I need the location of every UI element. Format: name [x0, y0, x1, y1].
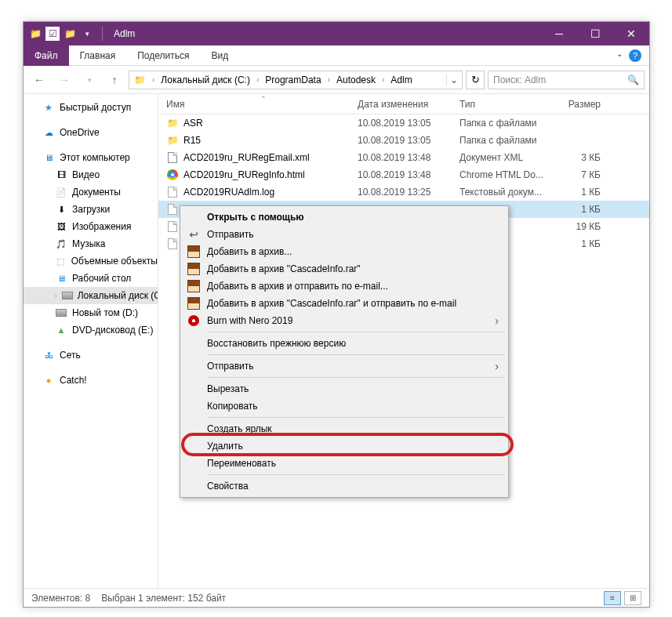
- separator: [207, 377, 505, 378]
- recent-dropdown[interactable]: ▾: [78, 69, 100, 91]
- cm-copy[interactable]: Копировать: [182, 397, 507, 415]
- sidebar-video[interactable]: 🎞Видео: [24, 166, 158, 183]
- sidebar-dvd[interactable]: ▲DVD-дисковод (E:): [24, 321, 158, 339]
- dvd-icon: ▲: [55, 324, 67, 336]
- sidebar-thispc[interactable]: 🖥Этот компьютер: [24, 149, 158, 166]
- minimize-button[interactable]: ─: [541, 22, 577, 45]
- cm-open-with[interactable]: Открыть с помощью: [182, 209, 507, 226]
- chevron-icon[interactable]: ›: [326, 75, 332, 84]
- file-icon: [166, 203, 179, 216]
- up-button[interactable]: ↑: [104, 69, 125, 91]
- col-date[interactable]: Дата изменения: [358, 99, 460, 110]
- search-input[interactable]: Поиск: Adlm 🔍: [488, 71, 645, 89]
- crumb-1[interactable]: ProgramData: [262, 74, 324, 85]
- cm-send[interactable]: ↪Отправить: [182, 226, 507, 243]
- file-icon: [166, 220, 179, 233]
- cm-restore[interactable]: Восстановить прежнюю версию: [182, 335, 507, 352]
- table-row[interactable]: ACD2019ru_RURegInfo.html10.08.2019 13:48…: [158, 166, 649, 183]
- crumb-3[interactable]: Adlm: [387, 74, 415, 85]
- refresh-button[interactable]: ↻: [466, 71, 485, 89]
- table-row[interactable]: 📁R1510.08.2019 13:05Папка с файлами: [158, 132, 649, 149]
- disk-icon: [56, 309, 67, 317]
- address-bar[interactable]: 📁 › Локальный диск (C:) › ProgramData › …: [129, 71, 463, 89]
- crumb-0[interactable]: Локальный диск (C:): [158, 74, 253, 85]
- view-icons-button[interactable]: ⊞: [624, 591, 641, 605]
- maximize-button[interactable]: ☐: [577, 22, 613, 45]
- checkbox-icon[interactable]: ☑: [45, 27, 60, 41]
- sidebar-pictures[interactable]: 🖼Изображения: [24, 218, 158, 235]
- status-selected: Выбран 1 элемент: 152 байт: [101, 593, 226, 604]
- cm-sendto[interactable]: Отправить: [182, 357, 507, 375]
- table-row[interactable]: ACD2019RUAdlm.log10.08.2019 13:25Текстов…: [158, 183, 649, 201]
- cm-properties[interactable]: Свойства: [182, 477, 507, 495]
- col-name[interactable]: Имя: [158, 99, 358, 110]
- ribbon-expand-icon[interactable]: ⌄: [616, 49, 623, 62]
- separator: [207, 332, 505, 332]
- close-button[interactable]: ✕: [613, 22, 649, 45]
- folder-icon: 📁: [166, 117, 179, 129]
- sidebar-diskd[interactable]: Новый том (D:): [24, 304, 158, 321]
- file-size: 1 КБ: [561, 187, 608, 198]
- cm-delete[interactable]: Удалить: [182, 437, 507, 455]
- cm-rename[interactable]: Переименовать: [182, 455, 507, 472]
- column-headers: Имя Дата изменения Тип Размер: [158, 94, 649, 114]
- view-details-button[interactable]: ≡: [604, 591, 621, 605]
- tab-share[interactable]: Поделиться: [126, 45, 200, 66]
- forward-button[interactable]: →: [53, 69, 75, 91]
- chevron-icon[interactable]: ›: [380, 75, 386, 84]
- cm-add-archive[interactable]: Добавить в архив...: [182, 243, 507, 260]
- rar-icon: [187, 296, 201, 310]
- cm-cut[interactable]: Вырезать: [182, 380, 507, 397]
- sidebar-music[interactable]: 🎵Музыка: [24, 235, 158, 252]
- chevron-icon[interactable]: ›: [151, 75, 156, 84]
- tab-file[interactable]: Файл: [24, 45, 69, 66]
- sidebar-catch[interactable]: ●Catch!: [24, 372, 158, 389]
- nero-icon: [187, 314, 201, 328]
- window-title: Adlm: [111, 28, 135, 39]
- search-icon[interactable]: 🔍: [627, 74, 639, 85]
- help-icon[interactable]: ?: [629, 49, 641, 62]
- col-size[interactable]: Размер: [561, 99, 608, 110]
- table-row[interactable]: ACD2019ru_RURegEmail.xml10.08.2019 13:48…: [158, 149, 649, 166]
- file-type: Документ XML: [460, 152, 561, 163]
- overflow-icon[interactable]: ▾: [80, 27, 94, 41]
- context-menu: Открыть с помощью ↪Отправить Добавить в …: [180, 205, 509, 498]
- chevron-icon[interactable]: ›: [255, 75, 260, 84]
- file-type: Папка с файлами: [460, 118, 561, 129]
- disk-icon: [62, 292, 73, 299]
- sidebar-network[interactable]: 🖧Сеть: [24, 347, 158, 364]
- sidebar-3dobjects[interactable]: ⬚Объемные объекты: [24, 252, 158, 270]
- file-size: 1 КБ: [561, 204, 608, 215]
- cm-add-archive-named[interactable]: Добавить в архив "CascadeInfo.rar": [182, 260, 507, 278]
- col-type[interactable]: Тип: [460, 99, 561, 110]
- rar-icon: [187, 262, 201, 276]
- expand-icon[interactable]: ›: [55, 292, 57, 299]
- file-size: 1 КБ: [561, 238, 608, 249]
- cm-archive-email[interactable]: Добавить в архив и отправить по e-mail..…: [182, 278, 507, 295]
- file-size: 3 КБ: [561, 152, 608, 163]
- sidebar-onedrive[interactable]: ☁OneDrive: [24, 124, 158, 141]
- crumb-2[interactable]: Autodesk: [333, 74, 379, 85]
- tab-home[interactable]: Главная: [69, 45, 127, 66]
- file-type: Папка с файлами: [460, 135, 561, 146]
- table-row[interactable]: 📁ASR10.08.2019 13:05Папка с файлами: [158, 114, 649, 132]
- video-icon: 🎞: [55, 169, 67, 181]
- sidebar-quick-access[interactable]: ★Быстрый доступ: [24, 99, 158, 116]
- sidebar-desktop[interactable]: 🖥Рабочий стол: [24, 270, 158, 287]
- desktop-icon: 🖥: [55, 272, 67, 285]
- sidebar-downloads[interactable]: ⬇Загрузки: [24, 201, 158, 218]
- address-dropdown[interactable]: ⌄: [446, 74, 460, 85]
- file-date: 10.08.2019 13:05: [358, 135, 460, 146]
- cm-archive-email-named[interactable]: Добавить в архив "CascadeInfo.rar" и отп…: [182, 295, 507, 312]
- cm-shortcut[interactable]: Создать ярлык: [182, 420, 507, 437]
- file-size: 19 КБ: [561, 221, 608, 232]
- tab-view[interactable]: Вид: [200, 45, 239, 66]
- sidebar-diskc[interactable]: ›Локальный диск (C:): [24, 287, 158, 304]
- file-name: ASR: [183, 118, 203, 129]
- sidebar-documents[interactable]: 📄Документы: [24, 183, 158, 201]
- titlebar[interactable]: 📁 ☑ 📁 ▾ Adlm ─ ☐ ✕: [24, 22, 649, 45]
- back-button[interactable]: ←: [28, 69, 50, 91]
- cm-nero[interactable]: Burn with Nero 2019: [182, 312, 507, 329]
- folder-icon: 📁: [131, 74, 149, 85]
- folder-icon: 📁: [28, 27, 42, 41]
